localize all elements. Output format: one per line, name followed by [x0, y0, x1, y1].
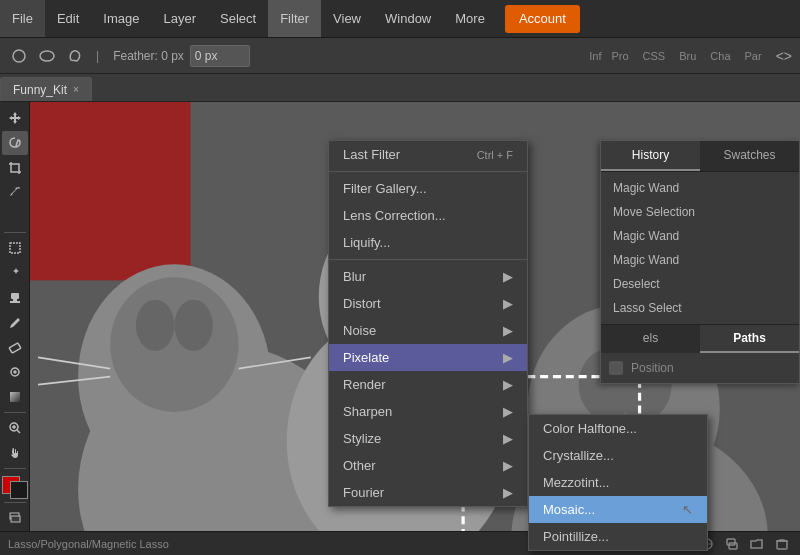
svg-rect-41: [777, 541, 787, 549]
tool-eraser[interactable]: [2, 336, 28, 360]
filter-fourier[interactable]: Fourier ▶: [329, 479, 527, 506]
svg-point-21: [110, 277, 238, 412]
menu-bar: File Edit Image Layer Select Filter View…: [0, 0, 800, 38]
history-panel: History Swatches Magic Wand Move Selecti…: [600, 140, 800, 384]
menu-filter[interactable]: Filter: [268, 0, 321, 37]
history-item-4[interactable]: Deselect: [601, 272, 799, 296]
position-label: Position: [631, 361, 674, 375]
pixelate-submenu[interactable]: Color Halftone... Crystallize... Mezzoti…: [528, 414, 708, 551]
menu-view[interactable]: View: [321, 0, 373, 37]
options-lasso3-icon[interactable]: [64, 45, 86, 67]
folder-icon[interactable]: [747, 534, 767, 554]
menu-image[interactable]: Image: [91, 0, 151, 37]
tool-blur[interactable]: [2, 360, 28, 384]
filter-lens-correction[interactable]: Lens Correction...: [329, 202, 527, 229]
pixelate-pointillize[interactable]: Pointillize...: [529, 523, 707, 550]
toolbar-separator-4: [4, 502, 26, 503]
canvas-area: Last Filter Ctrl + F Filter Gallery... L…: [30, 102, 800, 555]
filter-sep-2: [329, 259, 527, 260]
pixelate-mezzotint[interactable]: Mezzotint...: [529, 469, 707, 496]
menu-edit[interactable]: Edit: [45, 0, 91, 37]
background-color[interactable]: [10, 481, 28, 499]
svg-rect-3: [11, 293, 19, 299]
history-tab[interactable]: History: [601, 141, 700, 171]
svg-point-8: [14, 371, 16, 373]
history-item-0[interactable]: Magic Wand: [601, 176, 799, 200]
filter-pixelate[interactable]: Pixelate ▶: [329, 344, 527, 371]
menu-file[interactable]: File: [0, 0, 45, 37]
history-item-5[interactable]: Lasso Select: [601, 296, 799, 320]
tool-stamp[interactable]: [2, 286, 28, 310]
tab-name: Funny_Kit: [13, 83, 67, 97]
tool-zoom[interactable]: [2, 416, 28, 440]
tool-magic-wand[interactable]: [2, 261, 28, 285]
main-area: Last Filter Ctrl + F Filter Gallery... L…: [0, 102, 800, 555]
svg-point-22: [136, 300, 175, 351]
history-item-1[interactable]: Move Selection: [601, 200, 799, 224]
noise-arrow-icon: ▶: [503, 323, 513, 338]
pixelate-arrow-icon: ▶: [503, 350, 513, 365]
filter-liquify[interactable]: Liquify...: [329, 229, 527, 256]
options-bar: | Feather: 0 px Inf Pro CSS Bru Cha Par …: [0, 38, 800, 74]
toolbar-separator-1: [4, 232, 26, 233]
feather-input[interactable]: [190, 45, 250, 67]
menu-window[interactable]: Window: [373, 0, 443, 37]
tool-rectangle-select[interactable]: [2, 236, 28, 260]
color-swatches[interactable]: [2, 476, 28, 500]
menu-select[interactable]: Select: [208, 0, 268, 37]
svg-point-0: [13, 50, 25, 62]
tool-hand[interactable]: [2, 441, 28, 465]
filter-render[interactable]: Render ▶: [329, 371, 527, 398]
svg-rect-15: [11, 516, 20, 522]
other-arrow-icon: ▶: [503, 458, 513, 473]
pixelate-color-halftone[interactable]: Color Halftone...: [529, 415, 707, 442]
svg-rect-2: [10, 243, 20, 253]
tab-close-button[interactable]: ×: [73, 84, 79, 95]
layers-tab[interactable]: els: [601, 325, 700, 353]
filter-sharpen[interactable]: Sharpen ▶: [329, 398, 527, 425]
filter-stylize[interactable]: Stylize ▶: [329, 425, 527, 452]
fourier-arrow-icon: ▶: [503, 485, 513, 500]
filter-other[interactable]: Other ▶: [329, 452, 527, 479]
filter-last-filter[interactable]: Last Filter Ctrl + F: [329, 141, 527, 168]
tool-layer-icon[interactable]: [2, 506, 28, 530]
bottom-panel-tabs: els Paths: [601, 325, 799, 353]
tool-gradient[interactable]: [2, 385, 28, 409]
tool-lasso[interactable]: [2, 131, 28, 155]
toolbar-separator-2: [4, 412, 26, 413]
tool-move[interactable]: [2, 106, 28, 130]
tool-pencil[interactable]: [2, 311, 28, 335]
svg-point-23: [174, 300, 213, 351]
filter-noise[interactable]: Noise ▶: [329, 317, 527, 344]
menu-layer[interactable]: Layer: [152, 0, 209, 37]
filter-dropdown-menu[interactable]: Last Filter Ctrl + F Filter Gallery... L…: [328, 140, 528, 507]
menu-account[interactable]: Account: [505, 5, 580, 33]
filter-blur[interactable]: Blur ▶: [329, 263, 527, 290]
paths-panel-content: Position: [601, 353, 799, 383]
status-text: Lasso/Polygonal/Magnetic Lasso: [8, 538, 169, 550]
filter-distort[interactable]: Distort ▶: [329, 290, 527, 317]
paths-tab[interactable]: Paths: [700, 325, 799, 353]
document-tab[interactable]: Funny_Kit ×: [0, 77, 92, 101]
trash-icon[interactable]: [772, 534, 792, 554]
tool-text[interactable]: [2, 205, 28, 229]
pixelate-crystallize[interactable]: Crystallize...: [529, 442, 707, 469]
swatches-tab[interactable]: Swatches: [700, 141, 799, 171]
filter-gallery[interactable]: Filter Gallery...: [329, 175, 527, 202]
options-lasso2-icon[interactable]: [36, 45, 58, 67]
history-item-2[interactable]: Magic Wand: [601, 224, 799, 248]
layers-icon[interactable]: [722, 534, 742, 554]
options-lasso-icon[interactable]: [8, 45, 30, 67]
history-panel-tabs: History Swatches: [601, 141, 799, 172]
svg-rect-40: [729, 543, 737, 549]
tool-eyedropper[interactable]: [2, 181, 28, 205]
pixelate-mosaic[interactable]: Mosaic... ↖: [529, 496, 707, 523]
tool-crop[interactable]: [2, 156, 28, 180]
svg-rect-6: [9, 343, 21, 353]
history-item-3[interactable]: Magic Wand: [601, 248, 799, 272]
menu-more[interactable]: More: [443, 0, 497, 37]
history-items-list: Magic Wand Move Selection Magic Wand Mag…: [601, 172, 799, 324]
svg-rect-39: [727, 539, 735, 545]
toolbar-separator-3: [4, 468, 26, 469]
svg-point-1: [40, 51, 54, 61]
